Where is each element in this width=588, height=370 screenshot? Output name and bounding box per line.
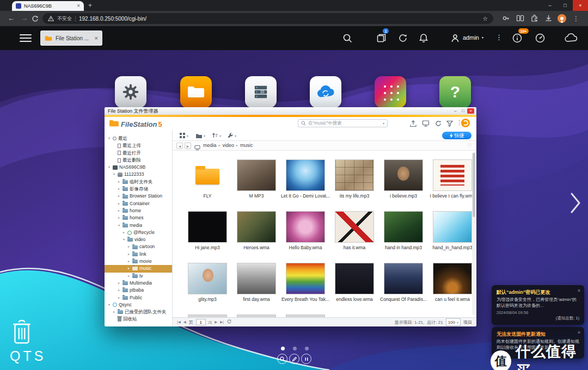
chevron-right-icon[interactable] — [113, 309, 118, 316]
chevron-right-icon[interactable] — [118, 193, 122, 200]
sidebar-item[interactable]: Container — [105, 200, 172, 207]
remote-display-icon[interactable] — [422, 120, 430, 130]
browser-profile-avatar[interactable] — [558, 14, 566, 23]
file-item[interactable]: endless love.wma — [330, 261, 379, 311]
sidebar-item[interactable]: cartoon — [105, 243, 172, 250]
taskbar-item-filestation[interactable]: File Station ... — [40, 30, 102, 46]
chevron-down-icon[interactable] — [108, 135, 113, 142]
notification-toast-password[interactable]: 默认“admin”密码已更改 为增强设备安全性，已将管理员“admin”的默认密… — [492, 285, 584, 325]
myqnapcloud-icon[interactable] — [564, 33, 579, 46]
sidebar-item[interactable]: movie — [105, 258, 172, 265]
file-item[interactable]: M MP3 — [232, 157, 281, 207]
last-page-icon[interactable] — [220, 320, 224, 324]
browser-tab[interactable]: NAS696C9B — [12, 1, 84, 11]
file-item[interactable]: hand in hand.mp3 — [379, 209, 428, 259]
breadcrumb-item[interactable]: music — [240, 141, 253, 150]
qts-search-icon[interactable] — [342, 33, 353, 46]
file-item[interactable]: Every Breath You Tak... — [281, 261, 330, 311]
user-icon[interactable] — [450, 33, 461, 46]
tab-close-icon[interactable] — [77, 3, 80, 9]
file-item-partial[interactable] — [183, 312, 232, 317]
bookmark-star-icon[interactable] — [482, 15, 488, 22]
breadcrumb-item[interactable]: media — [203, 141, 217, 150]
breadcrumb-item[interactable]: video — [223, 141, 235, 150]
first-page-icon[interactable] — [177, 320, 181, 324]
sidebar-item-nas[interactable]: NAS696C9B — [105, 164, 172, 171]
page-dot[interactable] — [305, 347, 309, 350]
user-menu-caret-icon[interactable] — [481, 36, 484, 39]
sidebar-item[interactable]: @Recycle — [105, 229, 172, 236]
sidebar-item-qsync[interactable]: Qsync — [105, 301, 172, 309]
browser-menu-icon[interactable] — [573, 15, 579, 22]
page-number-input[interactable] — [196, 319, 206, 325]
page-dot-active[interactable] — [281, 347, 285, 350]
sidebar-item[interactable]: homes — [105, 214, 172, 221]
chevron-down-icon[interactable] — [113, 171, 118, 178]
chevron-right-icon[interactable] — [118, 294, 122, 301]
file-item[interactable]: hand_in_hand.mp3 — [428, 209, 476, 259]
bell-icon[interactable] — [418, 33, 429, 46]
upload-icon[interactable] — [409, 120, 417, 130]
favorite-heart-icon[interactable] — [467, 141, 472, 150]
nav-back-button[interactable] — [176, 143, 183, 149]
sidebar-item[interactable]: 临时文件夹 — [105, 178, 172, 186]
filter-icon[interactable] — [446, 120, 454, 130]
file-item[interactable]: first day.wma — [232, 261, 281, 311]
chevron-right-icon[interactable] — [118, 200, 122, 207]
scrollbar-track[interactable] — [472, 152, 476, 315]
file-item[interactable]: i believe.mp3 — [379, 157, 428, 207]
fs-maximize-button[interactable] — [460, 108, 467, 114]
storage-snapshots-icon[interactable]: 10 — [245, 76, 277, 108]
chevron-down-icon[interactable] — [118, 222, 122, 229]
chevron-right-icon[interactable] — [118, 207, 122, 214]
forward-button[interactable] — [21, 15, 28, 22]
split-view-icon[interactable] — [516, 14, 524, 24]
nav-forward-button[interactable] — [185, 143, 191, 149]
file-item[interactable]: glity.mp3 — [183, 261, 232, 311]
page-size-select[interactable]: 100 — [446, 318, 461, 326]
sidebar-item[interactable]: ptbaba — [105, 287, 172, 294]
chevron-down-icon[interactable] — [123, 236, 127, 243]
fs-close-button[interactable] — [467, 108, 474, 114]
notification-center-icon[interactable] — [512, 33, 523, 46]
sidebar-item[interactable]: 已接受的团队文件夹 — [105, 309, 172, 316]
create-folder-button[interactable] — [195, 132, 205, 139]
help-center-icon[interactable]: ? — [439, 76, 471, 108]
chevron-right-icon[interactable] — [118, 214, 122, 221]
next-page-icon[interactable] — [215, 320, 217, 324]
file-item[interactable]: can u feel it.wma — [428, 261, 476, 311]
page-dot[interactable] — [293, 347, 297, 350]
file-item[interactable]: has it.wma — [330, 209, 379, 259]
window-titlebar[interactable]: File Station 文件管理器 — [105, 107, 476, 115]
window-close-button[interactable] — [573, 0, 588, 11]
new-tab-button[interactable] — [88, 2, 92, 9]
view-mode-button[interactable] — [179, 132, 188, 139]
sidebar-item-media[interactable]: media — [105, 222, 172, 229]
file-item[interactable]: Heroes.wma — [232, 209, 281, 259]
control-panel-icon[interactable] — [115, 76, 146, 108]
chevron-right-icon[interactable] — [118, 186, 122, 193]
file-item[interactable]: I believe I can fly.wma — [428, 157, 476, 207]
file-item-partial[interactable] — [232, 312, 281, 317]
extensions-icon[interactable] — [530, 14, 538, 24]
sidebar-item-recycle-bin[interactable]: 回收站 — [105, 316, 172, 323]
chevron-right-icon[interactable] — [128, 265, 132, 272]
sidebar-item[interactable]: Multimedia — [105, 280, 172, 287]
file-item[interactable]: Let It Go - Demi Lovat... — [281, 157, 330, 207]
chevron-down-icon[interactable] — [108, 301, 113, 309]
background-task-indicator-icon[interactable] — [461, 119, 470, 127]
sidebar-item[interactable]: 最近打开 — [105, 150, 172, 157]
close-icon[interactable] — [578, 288, 580, 293]
sidebar-item-recent[interactable]: 最近 — [105, 135, 172, 142]
prev-page-icon[interactable] — [183, 320, 186, 324]
sidebar-item[interactable]: home — [105, 207, 172, 214]
fs-minimize-button[interactable] — [452, 108, 459, 114]
event-notifications-icon[interactable] — [376, 33, 387, 46]
tools-button[interactable] — [227, 132, 236, 139]
close-icon[interactable] — [95, 35, 98, 41]
window-minimize-button[interactable] — [542, 0, 558, 11]
desktop-recycle-bin-icon[interactable] — [11, 319, 33, 347]
address-bar[interactable]: 不安全 192.168.0.250:5000/cgi-bin/ — [42, 13, 493, 24]
password-key-icon[interactable] — [502, 14, 510, 24]
file-item[interactable]: Conquest Of Paradis... — [379, 261, 428, 311]
